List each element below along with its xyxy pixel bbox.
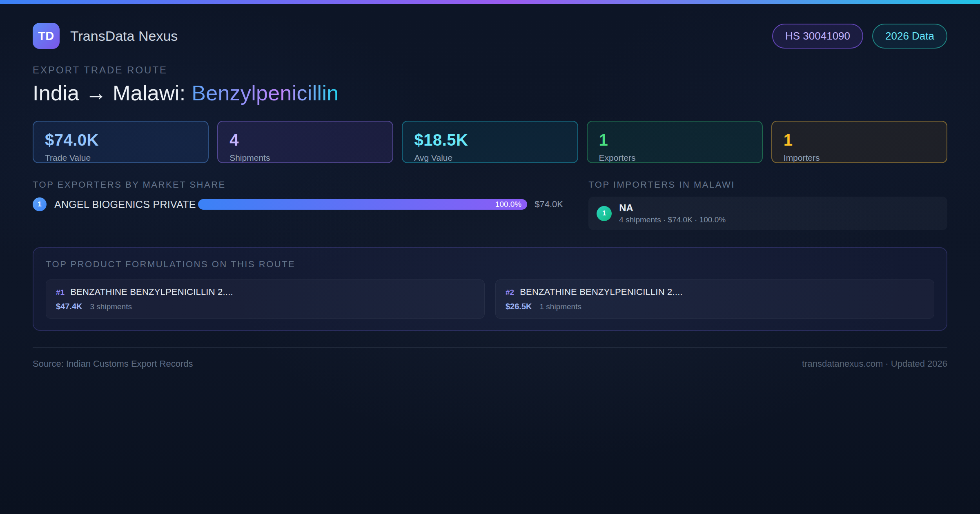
formulation-header: #1 BENZATHINE BENZYLPENICILLIN 2....	[56, 287, 474, 297]
stat-value: 1	[599, 131, 751, 149]
rank-badge: 1	[33, 197, 47, 211]
stat-value: 4	[229, 131, 381, 149]
stat-card-shipments: 4 Shipments	[217, 121, 393, 163]
importer-row[interactable]: 1 NA 4 shipments · $74.0K · 100.0%	[588, 197, 947, 230]
formulations-grid: #1 BENZATHINE BENZYLPENICILLIN 2.... $47…	[46, 279, 934, 319]
stat-label: Shipments	[229, 153, 381, 163]
brand-logo-text: TD	[38, 29, 54, 43]
top-importers-section: TOP IMPORTERS IN MALAWI 1 NA 4 shipments…	[588, 179, 947, 230]
stat-cards: $74.0K Trade Value 4 Shipments $18.5K Av…	[33, 121, 947, 163]
stat-card-avg-value: $18.5K Avg Value	[402, 121, 578, 163]
formulation-shipments: 3 shipments	[90, 302, 132, 311]
formulations-heading: TOP PRODUCT FORMULATIONS ON THIS ROUTE	[46, 259, 934, 270]
stat-value: 1	[784, 131, 935, 149]
formulation-name: BENZATHINE BENZYLPENICILLIN 2....	[520, 287, 683, 297]
stat-value: $74.0K	[45, 131, 196, 149]
formulation-name: BENZATHINE BENZYLPENICILLIN 2....	[70, 287, 233, 297]
report-page: TD TransData Nexus HS 30041090 2026 Data…	[0, 23, 980, 369]
page-title: India → Malawi: Benzylpenicillin	[33, 81, 947, 105]
market-share-bar-fill: 100.0%	[198, 199, 527, 210]
importer-name: NA	[619, 202, 726, 214]
formulation-card-1[interactable]: #1 BENZATHINE BENZYLPENICILLIN 2.... $47…	[46, 279, 485, 319]
footer-meta: transdatanexus.com · Updated 2026	[802, 359, 947, 369]
formulation-value: $26.5K	[506, 302, 532, 311]
hs-code-badge[interactable]: HS 30041090	[772, 24, 863, 49]
footer: Source: Indian Customs Export Records tr…	[33, 347, 947, 369]
route-kicker: EXPORT TRADE ROUTE	[33, 64, 947, 76]
stat-card-importers: 1 Importers	[771, 121, 947, 163]
market-share-percent: 100.0%	[495, 200, 527, 209]
accent-gradient-bar	[0, 0, 980, 4]
top-exporters-section: TOP EXPORTERS BY MARKET SHARE 1 ANGEL BI…	[33, 179, 567, 230]
formulation-card-2[interactable]: #2 BENZATHINE BENZYLPENICILLIN 2.... $26…	[495, 279, 934, 319]
exporter-trade-value: $74.0K	[535, 199, 567, 210]
footer-source: Source: Indian Customs Export Records	[33, 359, 193, 369]
formulation-value: $47.4K	[56, 302, 82, 311]
mid-section: TOP EXPORTERS BY MARKET SHARE 1 ANGEL BI…	[33, 179, 947, 230]
brand-logo: TD	[33, 23, 60, 49]
formulations-panel: TOP PRODUCT FORMULATIONS ON THIS ROUTE #…	[33, 247, 947, 331]
exporter-name: ANGEL BIOGENICS PRIVATE LI...	[54, 199, 198, 210]
stat-value: $18.5K	[414, 131, 566, 149]
formulation-stats: $26.5K 1 shipments	[506, 302, 924, 311]
page-title-route: India → Malawi:	[33, 81, 192, 105]
stat-card-exporters: 1 Exporters	[587, 121, 763, 163]
stat-card-trade-value: $74.0K Trade Value	[33, 121, 209, 163]
exporter-row[interactable]: 1 ANGEL BIOGENICS PRIVATE LI... 100.0% $…	[33, 197, 567, 211]
stat-label: Avg Value	[414, 153, 566, 163]
formulation-rank: #1	[56, 288, 65, 297]
brand-name: TransData Nexus	[70, 28, 178, 44]
formulation-stats: $47.4K 3 shipments	[56, 302, 474, 311]
header-badges: HS 30041090 2026 Data	[772, 24, 947, 49]
header: TD TransData Nexus HS 30041090 2026 Data	[33, 23, 947, 49]
importer-detail: 4 shipments · $74.0K · 100.0%	[619, 215, 726, 224]
importer-info: NA 4 shipments · $74.0K · 100.0%	[619, 202, 726, 224]
stat-label: Importers	[784, 153, 935, 163]
stat-label: Trade Value	[45, 153, 196, 163]
exporters-heading: TOP EXPORTERS BY MARKET SHARE	[33, 179, 567, 190]
formulation-shipments: 1 shipments	[540, 302, 581, 311]
rank-badge: 1	[597, 206, 612, 221]
formulation-rank: #2	[506, 288, 514, 297]
data-year-badge[interactable]: 2026 Data	[872, 24, 947, 49]
stat-label: Exporters	[599, 153, 751, 163]
page-title-product: Benzylpenicillin	[192, 81, 339, 105]
market-share-bar: 100.0%	[198, 199, 527, 210]
importers-heading: TOP IMPORTERS IN MALAWI	[588, 179, 947, 190]
formulation-header: #2 BENZATHINE BENZYLPENICILLIN 2....	[506, 287, 924, 297]
